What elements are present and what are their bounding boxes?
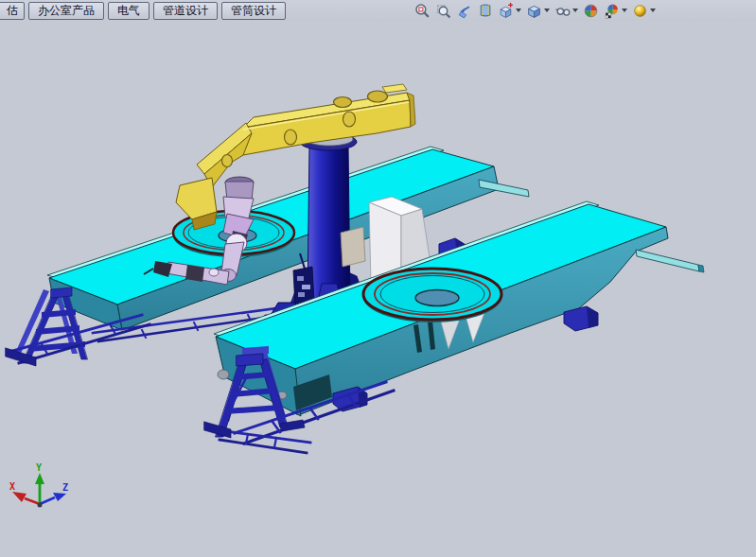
previous-view-icon[interactable]: [454, 0, 474, 21]
command-tabs: 估 办公室产品 电气 管道设计 管筒设计: [0, 1, 290, 20]
command-manager-bar: 估 办公室产品 电气 管道设计 管筒设计: [0, 0, 756, 22]
triad-x-label: X: [9, 481, 15, 492]
display-style-icon[interactable]: [524, 0, 552, 21]
chevron-down-icon[interactable]: [516, 9, 521, 12]
chevron-down-icon[interactable]: [572, 9, 578, 12]
zoom-to-area-icon[interactable]: [433, 0, 453, 21]
triad-z-label: Z: [62, 482, 68, 493]
tab-tube-design[interactable]: 管筒设计: [221, 2, 286, 20]
heads-up-view-toolbar: [413, 1, 658, 20]
tab-electrical[interactable]: 电气: [108, 2, 149, 20]
boom-hole: [285, 130, 297, 145]
chevron-down-icon[interactable]: [650, 9, 656, 12]
chevron-down-icon[interactable]: [544, 9, 550, 12]
triad-y-label: Y: [36, 462, 42, 473]
section-view-icon[interactable]: [475, 0, 495, 21]
graphics-viewport[interactable]: X Y Z: [0, 21, 756, 557]
tab-evaluate-partial[interactable]: 估: [0, 2, 25, 20]
boom-hole: [222, 155, 233, 167]
boom-hole: [343, 112, 356, 127]
edit-appearance-icon[interactable]: [581, 0, 601, 21]
ring-center-hole[interactable]: [415, 290, 459, 306]
view-settings-icon[interactable]: [630, 0, 658, 21]
hide-show-items-icon[interactable]: [553, 0, 580, 21]
rotary-ring-front[interactable]: [363, 269, 501, 322]
chevron-down-icon[interactable]: [622, 9, 627, 12]
apply-scene-icon[interactable]: [602, 0, 629, 21]
view-orientation-icon[interactable]: [496, 0, 523, 21]
boom-hole: [334, 97, 352, 108]
tab-piping-design[interactable]: 管道设计: [153, 2, 218, 20]
zoom-to-fit-icon[interactable]: [413, 0, 432, 21]
boom-hole: [368, 91, 388, 102]
orientation-triad: X Y Z: [9, 462, 68, 508]
tab-office-products[interactable]: 办公室产品: [28, 2, 104, 20]
